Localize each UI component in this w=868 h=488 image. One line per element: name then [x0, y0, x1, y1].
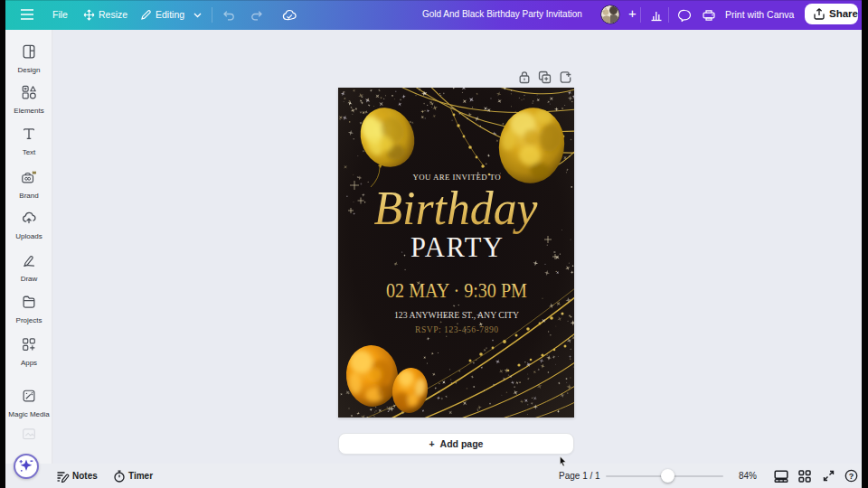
svg-text:02 MAY · 9:30 PM: 02 MAY · 9:30 PM	[386, 278, 527, 302]
svg-text:PARTY: PARTY	[410, 232, 503, 263]
svg-text:YOU ARE INVITED TO: YOU ARE INVITED TO	[413, 173, 501, 182]
svg-text:Birthday: Birthday	[374, 183, 539, 234]
svg-text:RSVP: 123-456-7890: RSVP: 123-456-7890	[415, 325, 498, 334]
svg-text:?: ?	[849, 472, 854, 481]
svg-text:123 ANYWHERE ST., ANY CITY: 123 ANYWHERE ST., ANY CITY	[394, 310, 519, 320]
